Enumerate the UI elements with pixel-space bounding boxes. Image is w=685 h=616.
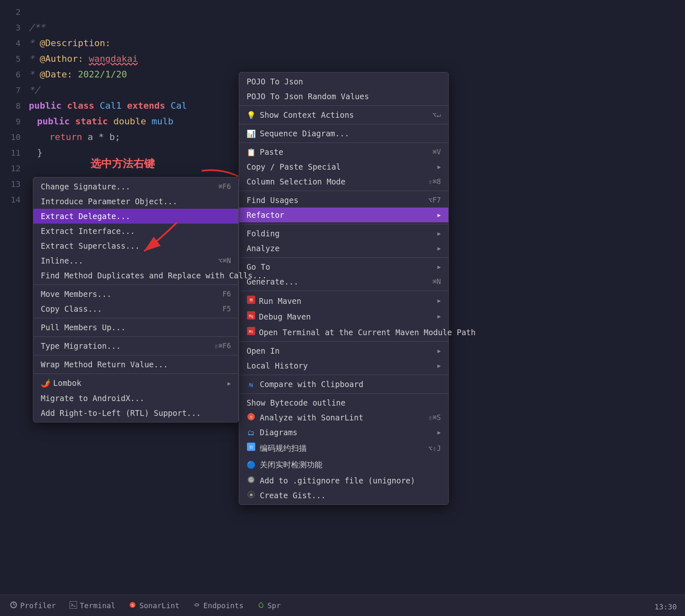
code-line-8: 8 public class Cal1 extends Cal — [0, 98, 239, 114]
menu-lombok[interactable]: 🌶️Lombok ▶ — [33, 376, 238, 391]
menu-analyze[interactable]: Analyze ▶ — [239, 241, 448, 256]
menu-gitignore[interactable]: G Add to .gitignore file (unignore) — [239, 473, 448, 488]
menu-find-method-duplicates[interactable]: Find Method Duplicates and Replace with … — [33, 268, 238, 283]
code-line-5: 5 * @Author: wangdakai — [0, 51, 239, 67]
right-sep-8 — [239, 375, 448, 375]
menu-close-detect[interactable]: 🔵关闭实时检测功能 — [239, 457, 448, 473]
menu-extract-delegate[interactable]: Extract Delegate... — [33, 209, 238, 224]
menu-compare-clipboard[interactable]: ⇆Compare with Clipboard — [239, 377, 448, 392]
code-line-10: 10 return a * b; — [0, 129, 239, 145]
menu-refactor[interactable]: Refactor ▶ — [239, 208, 448, 222]
code-line-9: 9 public static double mulb — [0, 114, 239, 129]
svg-text:⊕: ⊕ — [249, 492, 253, 497]
menu-sep-3 — [33, 336, 238, 337]
toolbar-terminal[interactable]: Terminal — [64, 599, 121, 612]
right-sep-7 — [239, 341, 448, 342]
menu-wrap-method[interactable]: Wrap Method Return Value... — [33, 357, 238, 372]
menu-sep-4 — [33, 355, 238, 355]
endpoints-icon — [193, 601, 200, 610]
code-line-2: 2 — [0, 4, 239, 20]
refactor-submenu: Change Signature... ⌘F6 Introduce Parame… — [33, 177, 239, 422]
endpoints-label: Endpoints — [203, 601, 244, 610]
menu-copy-paste-special[interactable]: Copy / Paste Special ▶ — [239, 159, 448, 174]
menu-move-members[interactable]: Move Members... F6 — [33, 287, 238, 301]
menu-type-migration[interactable]: Type Migration... ⇧⌘F6 — [33, 338, 238, 353]
menu-rtl-support[interactable]: Add Right-to-Left (RTL) Support... — [33, 406, 238, 420]
menu-introduce-parameter-object[interactable]: Introduce Parameter Object... — [33, 194, 238, 209]
svg-text:扫: 扫 — [249, 445, 253, 449]
svg-text:S: S — [131, 603, 134, 607]
menu-show-context-actions[interactable]: 💡Show Context Actions ⌥↵ — [239, 107, 448, 122]
spring-label: Spr — [268, 601, 281, 610]
toolbar-sonarlint[interactable]: S SonarLint — [123, 599, 185, 612]
code-line-6: 6 * @Date: 2022/1/20 — [0, 67, 239, 82]
right-sep-9 — [239, 393, 448, 394]
right-sep-2 — [239, 142, 448, 143]
menu-pull-members-up[interactable]: Pull Members Up... — [33, 320, 238, 335]
menu-find-usages[interactable]: Find Usages ⌥F7 — [239, 193, 448, 208]
right-sep-1 — [239, 124, 448, 124]
menu-sep-2 — [33, 318, 238, 318]
sonarlint-label: SonarLint — [139, 601, 179, 610]
svg-text:Mt: Mt — [249, 330, 254, 334]
menu-analyze-sonar[interactable]: S Analyze with SonarLint ⇧⌘S — [239, 410, 448, 425]
menu-local-history[interactable]: Local History ▶ — [239, 358, 448, 373]
code-line-3: 3 /** — [0, 20, 239, 35]
menu-pojo-to-json[interactable]: POJO To Json — [239, 74, 448, 89]
terminal-icon — [70, 601, 77, 610]
menu-copy-class[interactable]: Copy Class... F5 — [33, 301, 238, 316]
menu-generate[interactable]: Generate... ⌘N — [239, 274, 448, 289]
right-sep-4 — [239, 224, 448, 224]
menu-open-in[interactable]: Open In ▶ — [239, 343, 448, 358]
right-sep-5 — [239, 257, 448, 258]
right-sep-3 — [239, 191, 448, 191]
chinese-annotation: 选中方法右键 — [91, 156, 155, 171]
spring-icon — [257, 601, 265, 610]
menu-folding[interactable]: Folding ▶ — [239, 226, 448, 241]
menu-pojo-to-json-random[interactable]: POJO To Json Random Values — [239, 89, 448, 104]
menu-debug-maven[interactable]: Mg Debug Maven ▶ — [239, 308, 448, 324]
menu-create-gist[interactable]: ⊕ Create Gist... — [239, 488, 448, 503]
menu-inline[interactable]: Inline... ⌥⌘N — [33, 253, 238, 268]
terminal-label: Terminal — [80, 601, 116, 610]
menu-diagrams[interactable]: 🗂Diagrams ▶ — [239, 425, 448, 440]
code-line-7: 7 */ — [0, 82, 239, 98]
menu-sequence-diagram[interactable]: 📊Sequence Diagram... — [239, 126, 448, 141]
svg-text:Mg: Mg — [249, 314, 254, 318]
svg-text:G: G — [249, 478, 253, 482]
svg-text:S: S — [250, 415, 252, 419]
bottom-toolbar: Profiler Terminal S SonarLint Endpoints … — [0, 595, 685, 616]
menu-extract-interface[interactable]: Extract Interface... — [33, 224, 238, 238]
menu-migrate-androidx[interactable]: Migrate to AndroidX... — [33, 391, 238, 406]
toolbar-endpoints[interactable]: Endpoints — [187, 599, 249, 612]
menu-column-selection[interactable]: Column Selection Mode ⇧⌘8 — [239, 174, 448, 189]
menu-go-to[interactable]: Go To ▶ — [239, 259, 448, 274]
right-sep-0 — [239, 105, 448, 106]
menu-run-maven[interactable]: M Run Maven ▶ — [239, 293, 448, 308]
sonarlint-icon: S — [129, 601, 136, 610]
code-line-4: 4 * @Description: — [0, 35, 239, 51]
menu-paste[interactable]: 📋Paste ⌘V — [239, 145, 448, 159]
right-sep-6 — [239, 291, 448, 291]
menu-sep-1 — [33, 285, 238, 285]
menu-extract-superclass[interactable]: Extract Superclass... — [33, 238, 238, 253]
profiler-label: Profiler — [20, 601, 56, 610]
toolbar-profiler[interactable]: Profiler — [4, 599, 62, 612]
menu-open-terminal-maven[interactable]: Mt Open Terminal at the Current Maven Mo… — [239, 324, 448, 340]
menu-code-scan[interactable]: 扫 编码规约扫描 ⌥⇧J — [239, 440, 448, 457]
svg-text:M: M — [250, 298, 253, 303]
main-context-menu: POJO To Json POJO To Json Random Values … — [239, 72, 449, 505]
menu-show-bytecode[interactable]: Show Bytecode outline — [239, 395, 448, 410]
toolbar-spring[interactable]: Spr — [252, 599, 287, 612]
time-display: 13:30 — [655, 602, 677, 611]
menu-sep-5 — [33, 373, 238, 374]
menu-change-signature[interactable]: Change Signature... ⌘F6 — [33, 179, 238, 194]
profiler-icon — [10, 601, 17, 610]
